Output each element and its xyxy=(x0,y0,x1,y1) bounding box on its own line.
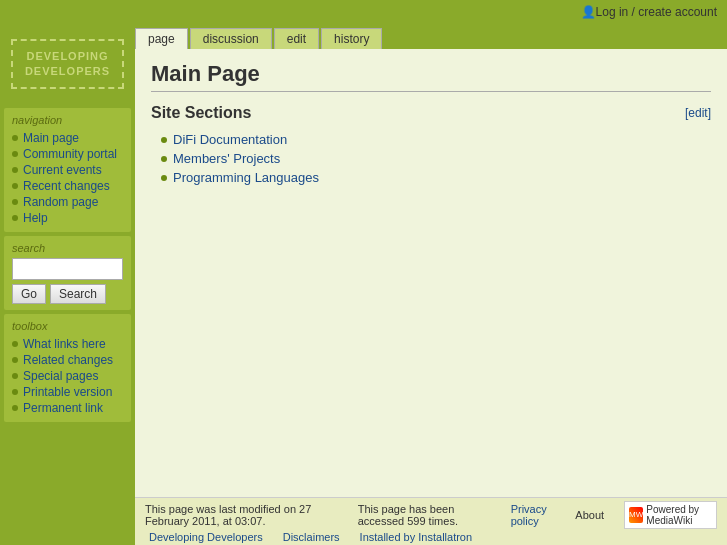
footer: This page was last modified on 27 Februa… xyxy=(135,497,727,545)
tab-history[interactable]: history xyxy=(321,28,382,49)
nav-item-community[interactable]: Community portal xyxy=(12,146,123,162)
footer-accessed-text: This page has been accessed 599 times. xyxy=(358,503,491,527)
sections-list: DiFi Documentation Members' Projects Pro… xyxy=(151,130,711,187)
nav-link-recent-changes[interactable]: Recent changes xyxy=(23,179,110,193)
nav-bullet xyxy=(12,405,18,411)
logo-area: DEVELOPING DEVELOPERS xyxy=(0,24,135,104)
tab-page[interactable]: page xyxy=(135,28,188,49)
nav-bullet xyxy=(12,373,18,379)
page-title: Main Page xyxy=(151,61,711,92)
navigation-section: navigation Main page Community portal Cu… xyxy=(4,108,131,232)
nav-link-random[interactable]: Random page xyxy=(23,195,98,209)
site-sections-heading: Site Sections xyxy=(151,104,251,122)
section-link-programming[interactable]: Programming Languages xyxy=(173,170,319,185)
toolbox-item-special[interactable]: Special pages xyxy=(12,368,123,384)
toolbox-item-printable[interactable]: Printable version xyxy=(12,384,123,400)
section-item-difi[interactable]: DiFi Documentation xyxy=(161,130,711,149)
nav-bullet xyxy=(12,151,18,157)
sidebar: DEVELOPING DEVELOPERS navigation Main pa… xyxy=(0,24,135,545)
footer-top: This page was last modified on 27 Februa… xyxy=(145,501,717,529)
site-sections-header: Site Sections [edit] xyxy=(151,104,711,122)
mediawiki-label: Powered by MediaWiki xyxy=(646,504,712,526)
toolbox-item-related[interactable]: Related changes xyxy=(12,352,123,368)
nav-item-events[interactable]: Current events xyxy=(12,162,123,178)
section-item-programming[interactable]: Programming Languages xyxy=(161,168,711,187)
search-section: search Go Search xyxy=(4,236,131,310)
footer-bottom: Developing Developers Disclaimers Instal… xyxy=(145,531,717,543)
site-logo: DEVELOPING DEVELOPERS xyxy=(11,39,124,90)
nav-bullet xyxy=(12,199,18,205)
mediawiki-icon: MW xyxy=(629,507,643,523)
footer-modified-text: This page was last modified on 27 Februa… xyxy=(145,503,338,527)
nav-link-events[interactable]: Current events xyxy=(23,163,102,177)
nav-bullet xyxy=(12,357,18,363)
nav-item-main-page[interactable]: Main page xyxy=(12,130,123,146)
tab-discussion[interactable]: discussion xyxy=(190,28,272,49)
toolbox-link-special[interactable]: Special pages xyxy=(23,369,98,383)
footer-link-developing[interactable]: Developing Developers xyxy=(149,531,263,543)
footer-privacy-link[interactable]: Privacy policy xyxy=(511,503,556,527)
nav-item-random[interactable]: Random page xyxy=(12,194,123,210)
toolbox-link-printable[interactable]: Printable version xyxy=(23,385,112,399)
nav-item-help[interactable]: Help xyxy=(12,210,123,226)
nav-bullet xyxy=(12,341,18,347)
search-button[interactable]: Search xyxy=(50,284,106,304)
nav-link-community[interactable]: Community portal xyxy=(23,147,117,161)
section-item-members[interactable]: Members' Projects xyxy=(161,149,711,168)
nav-link-help[interactable]: Help xyxy=(23,211,48,225)
search-input[interactable] xyxy=(12,258,123,280)
footer-link-installatron[interactable]: Installed by Installatron xyxy=(360,531,473,543)
nav-bullet xyxy=(12,215,18,221)
nav-bullet xyxy=(12,135,18,141)
toolbox-link-permanent[interactable]: Permanent link xyxy=(23,401,103,415)
edit-link[interactable]: [edit] xyxy=(685,106,711,120)
toolbox-item-permanent[interactable]: Permanent link xyxy=(12,400,123,416)
toolbox-link-what-links[interactable]: What links here xyxy=(23,337,106,351)
top-bar: 👤 Log in / create account xyxy=(0,0,727,24)
nav-bullet xyxy=(12,183,18,189)
user-icon: 👤 xyxy=(581,5,596,19)
navigation-list: Main page Community portal Current event… xyxy=(12,130,123,226)
toolbox-link-related[interactable]: Related changes xyxy=(23,353,113,367)
toolbox-title: toolbox xyxy=(12,320,123,332)
go-button[interactable]: Go xyxy=(12,284,46,304)
search-title: search xyxy=(12,242,123,254)
section-link-difi[interactable]: DiFi Documentation xyxy=(173,132,287,147)
mediawiki-badge: MW Powered by MediaWiki xyxy=(624,501,717,529)
login-link[interactable]: Log in / create account xyxy=(596,5,717,19)
section-bullet xyxy=(161,156,167,162)
toolbox-item-what-links[interactable]: What links here xyxy=(12,336,123,352)
tab-edit[interactable]: edit xyxy=(274,28,319,49)
nav-bullet xyxy=(12,389,18,395)
section-link-members[interactable]: Members' Projects xyxy=(173,151,280,166)
footer-link-disclaimers[interactable]: Disclaimers xyxy=(283,531,340,543)
section-bullet xyxy=(161,137,167,143)
section-bullet xyxy=(161,175,167,181)
nav-bullet xyxy=(12,167,18,173)
tabs-bar: page discussion edit history xyxy=(135,24,727,49)
footer-about-label: About xyxy=(575,509,604,521)
nav-link-main-page[interactable]: Main page xyxy=(23,131,79,145)
content-area: Main Page Site Sections [edit] DiFi Docu… xyxy=(135,49,727,497)
toolbox-list: What links here Related changes Special … xyxy=(12,336,123,416)
nav-item-recent-changes[interactable]: Recent changes xyxy=(12,178,123,194)
toolbox-section: toolbox What links here Related changes … xyxy=(4,314,131,422)
navigation-title: navigation xyxy=(12,114,123,126)
